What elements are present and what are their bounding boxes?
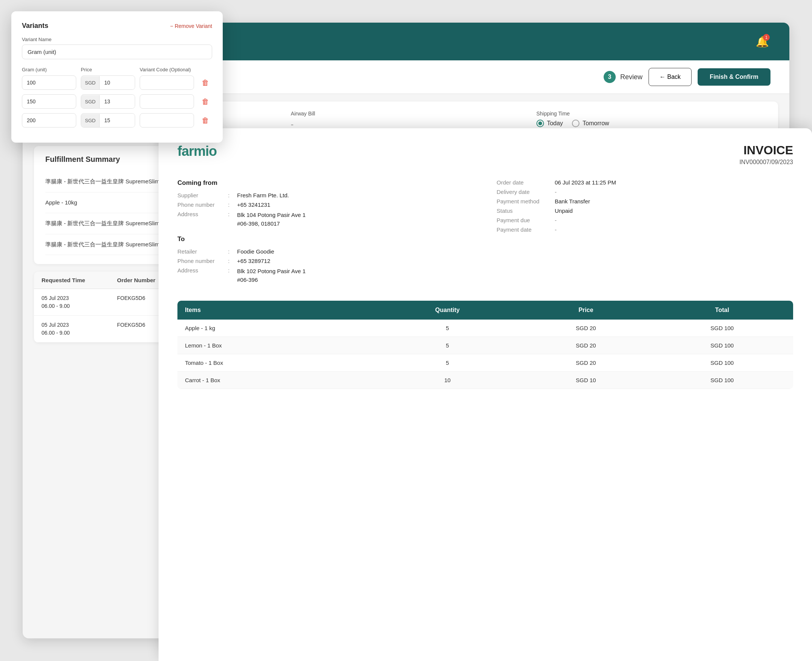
retailer-value: Foodie Goodie [237, 248, 474, 255]
variant-code-input[interactable] [140, 113, 194, 128]
payment-method-value: Bank Transfer [555, 198, 793, 204]
retailer-phone-value: +65 3289712 [237, 258, 474, 264]
payment-method-row: Payment method Bank Transfer [497, 198, 793, 204]
status-value: Unpaid [555, 208, 793, 214]
supplier-value: Fresh Farm Pte. Ltd. [237, 192, 474, 198]
retailer-phone-colon: : [228, 258, 235, 264]
finish-confirm-button[interactable]: Finish & Confirm [698, 68, 770, 86]
price-input[interactable] [100, 113, 135, 127]
status-row: Status Unpaid [497, 208, 793, 214]
price-currency: SGD [81, 76, 100, 89]
item-price: SGD 20 [521, 319, 651, 337]
invoice-th-2: Price [521, 301, 651, 319]
item-total: SGD 100 [651, 354, 793, 372]
item-qty: 5 [374, 337, 521, 354]
variant-code-input[interactable] [140, 94, 194, 109]
step3-label: Review [620, 73, 642, 81]
item-name: Lemon - 1 Box [178, 337, 374, 354]
retailer-address-row: Address : Blk 102 Potong Pasir Ave 1#06-… [178, 267, 474, 284]
delivery-date-label: Delivery date [497, 188, 553, 195]
invoice-body: Coming from Supplier : Fresh Farm Pte. L… [178, 179, 793, 287]
item-qty: 5 [374, 354, 521, 372]
supplier-row: Supplier : Fresh Farm Pte. Ltd. [178, 192, 474, 198]
remove-variant-button[interactable]: − Remove Variant [170, 23, 212, 29]
notification-badge: 1 [763, 34, 770, 41]
delete-row-icon[interactable]: 🗑 [199, 78, 212, 87]
invoice-table: ItemsQuantityPriceTotal Apple - 1 kg 5 S… [178, 301, 793, 389]
airway-bill-label: Airway Bill [291, 110, 521, 117]
payment-due-label: Payment due [497, 217, 553, 224]
tomorrow-option[interactable]: Tomorrow [572, 120, 609, 127]
airway-bill-field: Airway Bill - [291, 110, 521, 129]
invoice-table-body: Apple - 1 kg 5 SGD 20 SGD 100 Lemon - 1 … [178, 319, 793, 389]
supplier-address-colon: : [228, 211, 235, 228]
variants-title: Variants [22, 22, 48, 30]
item-qty: 5 [374, 319, 521, 337]
item-price: SGD 10 [521, 372, 651, 389]
back-button[interactable]: ← Back [649, 68, 692, 86]
item-total: SGD 100 [651, 372, 793, 389]
invoice-table-header-row: ItemsQuantityPriceTotal [178, 301, 793, 319]
variant-row: SGD 🗑 [22, 113, 212, 128]
invoice-table-row: Lemon - 1 Box 5 SGD 20 SGD 100 [178, 337, 793, 354]
retailer-address-colon: : [228, 267, 235, 284]
notification-bell[interactable]: 🔔 1 [754, 33, 770, 50]
variant-col3-label: Variant Code (Optional) [140, 67, 194, 72]
delivery-date-row: Delivery date - [497, 188, 793, 195]
today-radio-inner [538, 121, 542, 125]
supplier-label: Supplier [178, 192, 226, 198]
table-cell-time: 05 Jul 202306.00 - 9.00 [42, 294, 117, 310]
item-total: SGD 100 [651, 337, 793, 354]
order-date-row: Order date 06 Jul 2023 at 11:25 PM [497, 179, 793, 186]
tomorrow-radio-empty [572, 120, 580, 127]
today-label: Today [547, 120, 563, 127]
variant-qty-input[interactable] [22, 94, 76, 109]
supplier-address-value: Blk 104 Potong Pasir Ave 1#06-398, 01801… [237, 211, 474, 228]
invoice-table-row: Apple - 1 kg 5 SGD 20 SGD 100 [178, 319, 793, 337]
variant-qty-input[interactable] [22, 75, 76, 90]
supplier-phone-label: Phone number [178, 201, 226, 208]
supplier-address-label: Address [178, 211, 226, 228]
variant-qty-input[interactable] [22, 113, 76, 128]
delivery-date-value: - [555, 188, 793, 195]
payment-date-row: Payment date - [497, 227, 793, 233]
invoice-th-3: Total [651, 301, 793, 319]
price-input-wrap: SGD [81, 75, 135, 90]
table-col1-header: Requested Time [42, 277, 117, 283]
status-label: Status [497, 208, 553, 214]
delete-row-icon[interactable]: 🗑 [199, 116, 212, 125]
variant-name-label: Variant Name [22, 37, 212, 42]
retailer-address-label: Address [178, 267, 226, 284]
invoice-table-head: ItemsQuantityPriceTotal [178, 301, 793, 319]
supplier-phone-value: +65 3241231 [237, 201, 474, 208]
tomorrow-label: Tomorrow [583, 120, 609, 127]
action-buttons: 3 Review ← Back Finish & Confirm [604, 68, 770, 86]
invoice-th-0: Items [178, 301, 374, 319]
variant-row: SGD 🗑 [22, 94, 212, 109]
invoice-top: farmio INVOICE INV000007/09/2023 [178, 144, 793, 166]
variant-name-input[interactable] [22, 45, 212, 59]
variants-header: Variants − Remove Variant [22, 22, 212, 30]
item-name: Tomato - 1 Box [178, 354, 374, 372]
price-input[interactable] [100, 76, 135, 89]
price-input[interactable] [100, 95, 135, 108]
retailer-label: Retailer [178, 248, 226, 255]
invoice-right: Order date 06 Jul 2023 at 11:25 PM Deliv… [497, 179, 793, 287]
price-currency: SGD [81, 95, 100, 108]
invoice-table-row: Carrot - 1 Box 10 SGD 10 SGD 100 [178, 372, 793, 389]
variants-popup: Variants − Remove Variant Variant Name G… [11, 11, 223, 143]
today-option[interactable]: Today [537, 120, 563, 127]
variant-code-input[interactable] [140, 75, 194, 90]
delete-row-icon[interactable]: 🗑 [199, 97, 212, 106]
retailer-phone-row: Phone number : +65 3289712 [178, 258, 474, 264]
table-cell-time: 05 Jul 202306.00 - 9.00 [42, 321, 117, 337]
payment-due-row: Payment due - [497, 217, 793, 224]
item-name: Apple - 1 kg [178, 319, 374, 337]
invoice-left: Coming from Supplier : Fresh Farm Pte. L… [178, 179, 474, 287]
step3-info: 3 Review [604, 71, 642, 83]
supplier-phone-row: Phone number : +65 3241231 [178, 201, 474, 208]
retailer-address-value: Blk 102 Potong Pasir Ave 1#06-396 [237, 267, 474, 284]
item-total: SGD 100 [651, 319, 793, 337]
item-price: SGD 20 [521, 337, 651, 354]
item-name: Carrot - 1 Box [178, 372, 374, 389]
